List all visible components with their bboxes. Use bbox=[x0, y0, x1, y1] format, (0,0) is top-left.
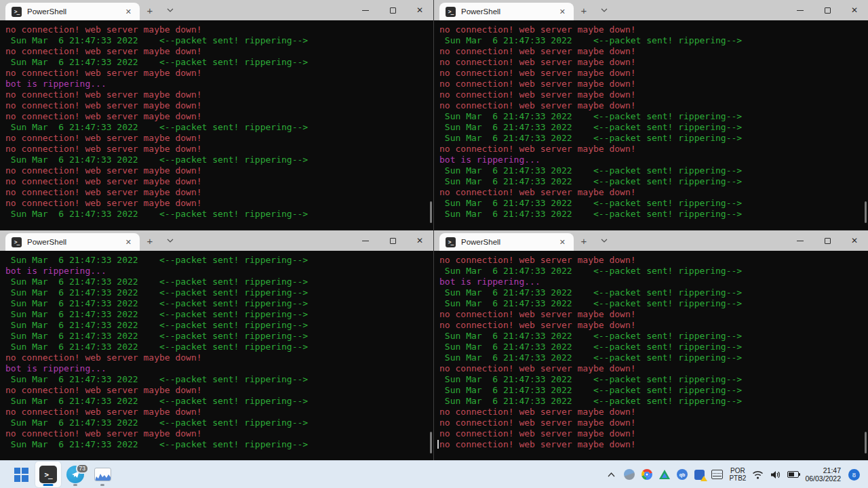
wifi-icon bbox=[752, 470, 764, 479]
browser-icon bbox=[642, 469, 652, 480]
tray-app-icon[interactable] bbox=[623, 469, 635, 481]
terminal-line-packet: Sun Mar 6 21:47:33 2022 <--packet sent! … bbox=[5, 331, 433, 342]
tab-title: PowerShell bbox=[461, 238, 552, 246]
terminal-line-error: no connection! web server maybe down! bbox=[439, 24, 868, 35]
close-button[interactable]: ✕ bbox=[841, 230, 868, 251]
terminal-line-error: no connection! web server maybe down! bbox=[439, 309, 868, 320]
terminal-line-packet: Sun Mar 6 21:47:33 2022 <--packet sent! … bbox=[439, 287, 868, 298]
minimize-button[interactable] bbox=[352, 230, 379, 251]
tab-close-icon[interactable]: ✕ bbox=[123, 237, 134, 247]
terminal-line-error: no connection! web server maybe down! bbox=[439, 187, 868, 198]
close-button[interactable]: ✕ bbox=[841, 0, 868, 20]
scrollbar-thumb[interactable] bbox=[865, 432, 867, 453]
terminal-line-error: no connection! web server maybe down! bbox=[5, 144, 433, 155]
terminal-line-packet: Sun Mar 6 21:47:33 2022 <--packet sent! … bbox=[439, 133, 868, 144]
new-tab-button[interactable]: + bbox=[140, 230, 160, 251]
minimize-icon bbox=[362, 241, 369, 241]
new-tab-button[interactable]: + bbox=[574, 230, 594, 251]
terminal-line-packet: Sun Mar 6 21:47:33 2022 <--packet sent! … bbox=[5, 298, 433, 309]
taskbar-item-telegram[interactable]: 73 bbox=[62, 462, 88, 487]
terminal-icon: >_ bbox=[39, 466, 57, 483]
terminal-line-bot: bot is rippering... bbox=[439, 155, 868, 165]
tray-drive-icon[interactable] bbox=[658, 469, 670, 481]
terminal-line-error: no connection! web server maybe down! bbox=[5, 100, 433, 111]
close-button[interactable]: ✕ bbox=[406, 0, 433, 20]
battery-button[interactable] bbox=[787, 469, 799, 481]
chevron-down-icon bbox=[167, 239, 174, 243]
tab-powershell[interactable]: >_ PowerShell ✕ bbox=[5, 3, 140, 20]
terminal-line-error: no connection! web server maybe down! bbox=[5, 187, 433, 198]
tab-dropdown-button[interactable] bbox=[160, 0, 180, 20]
maximize-button[interactable] bbox=[814, 0, 841, 20]
terminal-line-bot: bot is rippering... bbox=[5, 266, 433, 277]
taskbar-item-task-manager[interactable] bbox=[90, 462, 115, 487]
volume-button[interactable] bbox=[770, 469, 781, 481]
tab-dropdown-button[interactable] bbox=[594, 230, 614, 251]
close-icon: ✕ bbox=[851, 5, 858, 15]
window-controls: ✕ bbox=[787, 0, 868, 20]
window-controls: ✕ bbox=[787, 230, 868, 251]
titlebar[interactable]: >_ PowerShell ✕ + ✕ bbox=[434, 230, 868, 251]
minimize-button[interactable] bbox=[787, 230, 814, 251]
close-button[interactable]: ✕ bbox=[406, 230, 433, 251]
scrollbar-thumb[interactable] bbox=[430, 432, 432, 453]
powershell-window-top-right: >_ PowerShell ✕ + ✕ no connection! web s… bbox=[434, 0, 868, 230]
notification-count-badge[interactable]: 8 bbox=[848, 469, 860, 481]
tray-overflow-button[interactable] bbox=[606, 469, 617, 481]
tab-close-icon[interactable]: ✕ bbox=[123, 7, 134, 17]
maximize-button[interactable] bbox=[379, 0, 406, 20]
tab-dropdown-button[interactable] bbox=[594, 0, 614, 20]
minimize-button[interactable] bbox=[787, 0, 814, 20]
clock[interactable]: 21:47 06/03/2022 bbox=[805, 466, 841, 483]
tray-security-icon[interactable] bbox=[694, 469, 705, 481]
terminal-line-packet: Sun Mar 6 21:47:33 2022 <--packet sent! … bbox=[439, 298, 868, 309]
titlebar[interactable]: >_ PowerShell ✕ + ✕ bbox=[0, 230, 433, 251]
maximize-icon bbox=[825, 238, 831, 244]
terminal-output[interactable]: Sun Mar 6 21:47:33 2022 <--packet sent! … bbox=[0, 251, 433, 460]
tray-qbittorrent-icon[interactable]: qb bbox=[676, 469, 688, 481]
terminal-line-error: no connection! web server maybe down! bbox=[439, 89, 868, 100]
touch-keyboard-button[interactable] bbox=[711, 469, 723, 481]
tab-powershell[interactable]: >_ PowerShell ✕ bbox=[439, 233, 574, 251]
language-indicator[interactable]: POR PTB2 bbox=[729, 467, 746, 482]
start-button[interactable] bbox=[8, 462, 34, 487]
terminal-line-error: no connection! web server maybe down! bbox=[439, 46, 868, 57]
maximize-button[interactable] bbox=[814, 230, 841, 251]
terminal-line-error: no connection! web server maybe down! bbox=[439, 407, 868, 418]
new-tab-button[interactable]: + bbox=[574, 0, 594, 20]
tab-dropdown-button[interactable] bbox=[160, 230, 180, 251]
minimize-button[interactable] bbox=[352, 0, 379, 20]
system-tray: qb POR PTB2 21:47 06/03/2022 bbox=[606, 466, 863, 483]
titlebar[interactable]: >_ PowerShell ✕ + ✕ bbox=[0, 0, 433, 20]
network-button[interactable] bbox=[752, 469, 764, 481]
terminal-line-packet: Sun Mar 6 21:47:33 2022 <--packet sent! … bbox=[5, 396, 433, 407]
taskbar-item-terminal[interactable]: >_ bbox=[35, 462, 61, 487]
tab-powershell[interactable]: >_ PowerShell ✕ bbox=[5, 233, 140, 251]
tray-browser-icon[interactable] bbox=[641, 469, 652, 481]
terminal-line-error: no connection! web server maybe down! bbox=[5, 428, 433, 439]
terminal-output[interactable]: no connection! web server maybe down! Su… bbox=[434, 20, 868, 230]
terminal-line-error: no connection! web server maybe down! bbox=[5, 89, 433, 100]
scrollbar-thumb[interactable] bbox=[865, 201, 867, 223]
terminal-output[interactable]: no connection! web server maybe down! Su… bbox=[434, 251, 868, 460]
new-tab-button[interactable]: + bbox=[140, 0, 160, 20]
windows-logo-icon bbox=[14, 468, 28, 482]
chevron-up-icon bbox=[608, 472, 615, 477]
maximize-button[interactable] bbox=[379, 230, 406, 251]
terminal-line-error: no connection! web server maybe down! bbox=[439, 363, 868, 374]
performance-graph-icon bbox=[95, 471, 111, 481]
qbittorrent-icon: qb bbox=[677, 469, 688, 480]
terminal-line-packet: Sun Mar 6 21:47:33 2022 <--packet sent! … bbox=[439, 111, 868, 122]
terminal-line-error: no connection! web server maybe down! bbox=[439, 57, 868, 68]
terminal-output[interactable]: no connection! web server maybe down! Su… bbox=[0, 20, 433, 230]
chevron-down-icon bbox=[601, 8, 608, 12]
window-controls: ✕ bbox=[352, 0, 433, 20]
tab-close-icon[interactable]: ✕ bbox=[557, 237, 568, 247]
terminal-line-error: no connection! web server maybe down! bbox=[5, 46, 433, 57]
tab-close-icon[interactable]: ✕ bbox=[557, 7, 568, 17]
tab-powershell[interactable]: >_ PowerShell ✕ bbox=[439, 3, 574, 20]
terminal-line-packet: Sun Mar 6 21:47:33 2022 <--packet sent! … bbox=[439, 35, 868, 46]
scrollbar-thumb[interactable] bbox=[430, 201, 432, 223]
terminal-line-packet: Sun Mar 6 21:47:33 2022 <--packet sent! … bbox=[439, 209, 868, 220]
titlebar[interactable]: >_ PowerShell ✕ + ✕ bbox=[434, 0, 868, 20]
